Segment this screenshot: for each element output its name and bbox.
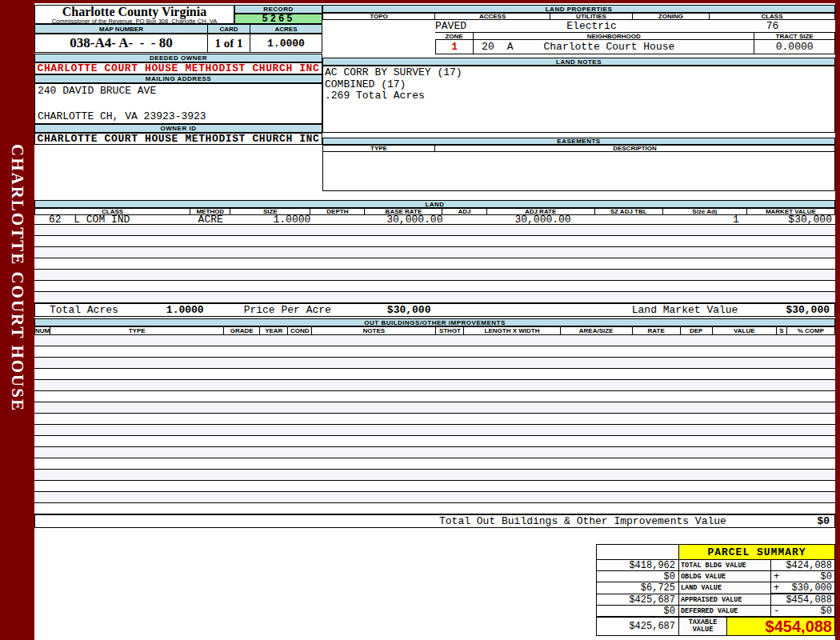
ob-total-value: $0 xyxy=(817,515,830,527)
land-col-adj: ADJ xyxy=(442,208,486,215)
ps-sign: + xyxy=(774,571,779,582)
utilities-label: UTILITIES xyxy=(550,13,633,20)
land-notes-box: AC CORR BY SURVEY (17) COMBINED (17) .26… xyxy=(322,66,835,133)
card-label: CARD xyxy=(208,24,250,34)
parcel-summary: PARCEL SUMMARY $418,962 TOTAL BLDG VALUE… xyxy=(596,544,835,636)
ps-prior-taxable: $425,687 xyxy=(596,618,679,636)
price-per-acre-value: $30,000 xyxy=(387,304,431,316)
total-acres-value: 1.0000 xyxy=(166,304,204,316)
class-label: CLASS xyxy=(710,13,835,20)
empty-table-row xyxy=(34,346,835,358)
empty-table-row xyxy=(34,447,835,458)
total-acres-label: Total Acres xyxy=(50,304,118,316)
land-row-market-value: $30,000 xyxy=(747,214,835,226)
ps-prior-total-bldg: $418,962 xyxy=(596,560,679,571)
land-market-value-label: Land Market Value xyxy=(632,304,738,316)
empty-table-row xyxy=(34,270,835,281)
ob-col-pct-comp: % COMP xyxy=(787,326,835,335)
ps-label-obldg: OBLDG VALUE xyxy=(679,571,771,582)
easement-description-label: DESCRIPTION xyxy=(435,145,835,152)
neighborhood-label: NEIGHBORHOOD xyxy=(474,32,754,40)
zone-label: ZONE xyxy=(435,32,474,40)
land-note-line: .269 Total Acres xyxy=(325,90,833,102)
empty-table-row xyxy=(34,470,835,481)
class-value: 76 xyxy=(710,20,835,32)
ob-col-length-width: LENGTH X WIDTH xyxy=(464,326,560,335)
land-row-size-adj: 1 xyxy=(663,214,747,226)
ps-label-land: LAND VALUE xyxy=(679,582,771,594)
ps-prior-header-cell xyxy=(596,544,679,560)
neighborhood-sub: A xyxy=(507,41,514,53)
empty-table-row xyxy=(34,380,835,391)
empty-table-row xyxy=(34,247,835,258)
map-card-acres-values: 038-A4- A- - - 80 1 of 1 1.0000 xyxy=(34,34,322,53)
zone-spacer xyxy=(322,32,435,40)
zone-headers: ZONE NEIGHBORHOOD TRACT SIZE xyxy=(322,32,835,40)
ps-row-deferred: $0 DEFERRED VALUE -$0 xyxy=(596,606,835,617)
record-value: 5265 xyxy=(234,14,322,24)
left-frame: CHARLOTTE COURT HOUSE xyxy=(0,0,34,640)
empty-table-row xyxy=(34,503,835,514)
zone-value: 1 xyxy=(435,40,474,54)
ob-col-cond: COND xyxy=(288,326,312,335)
land-note-line: AC CORR BY SURVEY (17) xyxy=(325,67,833,79)
land-section-title: LAND xyxy=(34,200,835,208)
empty-table-row xyxy=(34,492,835,503)
out-buildings-total-row: Total Out Buildings & Other Improvements… xyxy=(34,514,835,528)
access-value: PAVED xyxy=(435,20,550,32)
ps-amount-taxable: $454,088 xyxy=(727,618,835,636)
land-col-depth: DEPTH xyxy=(310,208,365,215)
parcel-summary-header-row: PARCEL SUMMARY xyxy=(596,544,835,560)
ps-sign: + xyxy=(774,582,779,594)
ps-amount-land: $30,000 xyxy=(792,582,832,594)
empty-table-row xyxy=(34,402,835,414)
easement-type-label: TYPE xyxy=(322,145,435,152)
empty-table-row xyxy=(34,292,835,303)
empty-table-row xyxy=(34,391,835,402)
record-label: RECORD xyxy=(234,5,322,14)
ob-col-num: NUM xyxy=(34,326,50,335)
county-header: Charlotte County Virginia Commissioner o… xyxy=(34,5,234,24)
zone-values: 1 20 A Charlotte Court House 0.0000 xyxy=(322,40,835,54)
ps-row-taxable: $425,687 TAXABLE VALUE $454,088 xyxy=(596,617,835,636)
map-number-label: MAP NUMBER xyxy=(34,24,208,34)
ps-row-obldg: $0 OBLDG VALUE +$0 xyxy=(596,571,835,582)
card-value: 1 of 1 xyxy=(208,34,250,53)
ps-row-total-bldg: $418,962 TOTAL BLDG VALUE $424,088 xyxy=(596,560,835,571)
land-row-size: 1.0000 xyxy=(230,214,310,226)
mailing-address-label: MAILING ADDRESS xyxy=(34,74,322,83)
land-row-adj-rate: 30,000.00 xyxy=(487,214,595,226)
zoning-value xyxy=(633,20,710,32)
ob-col-dep: DEP xyxy=(681,326,713,335)
land-table-empty-rows xyxy=(34,225,835,303)
ps-label-appraised: APPRAISED VALUE xyxy=(679,594,771,606)
land-properties-title: LAND PROPERTIES xyxy=(322,5,835,13)
address-line2: CHARLOTTE CH, VA 23923-3923 xyxy=(38,110,319,122)
land-row-class: 62 L COM IND xyxy=(34,214,190,226)
ps-row-land: $6,725 LAND VALUE +$30,000 xyxy=(596,582,835,594)
ps-label-deferred: DEFERRED VALUE xyxy=(679,606,771,617)
ps-prior-land: $6,725 xyxy=(596,582,679,594)
ps-sign: - xyxy=(774,606,779,617)
empty-table-row xyxy=(34,458,835,470)
county-subtitle: Commissioner of the Revenue, PO Box 308,… xyxy=(35,18,234,24)
topo-label: TOPO xyxy=(322,13,435,20)
mailing-address-box: 240 DAVID BRUCE AVE CHARLOTTE CH, VA 239… xyxy=(34,83,322,124)
address-line1: 240 DAVID BRUCE AVE xyxy=(38,85,319,97)
tract-size-value: 0.0000 xyxy=(754,40,835,54)
sidebar-county-name: CHARLOTTE COURT HOUSE xyxy=(7,144,27,412)
neighborhood-code: 20 xyxy=(482,41,494,53)
empty-table-row xyxy=(34,369,835,380)
ps-amount-deferred: $0 xyxy=(821,606,832,617)
ob-col-year: YEAR xyxy=(260,326,288,335)
ps-taxable-line2: VALUE xyxy=(693,626,714,634)
ps-amount-appraised: $454,088 xyxy=(786,594,832,606)
map-card-acres-headers: MAP NUMBER CARD ACRES xyxy=(34,24,322,34)
owner-id-value: CHARLOTTE COURT HOUSE METHODIST CHURCH I… xyxy=(34,133,322,145)
ps-label-taxable: TAXABLE VALUE xyxy=(679,618,727,636)
empty-table-row xyxy=(34,414,835,425)
ob-col-notes: NOTES xyxy=(312,326,436,335)
ob-col-type: TYPE xyxy=(50,326,224,335)
land-properties-headers: TOPO ACCESS UTILITIES ZONING CLASS xyxy=(322,13,835,20)
out-buildings-title: OUT BUILDINGS/OTHER IMPROVEMENTS xyxy=(34,318,835,326)
